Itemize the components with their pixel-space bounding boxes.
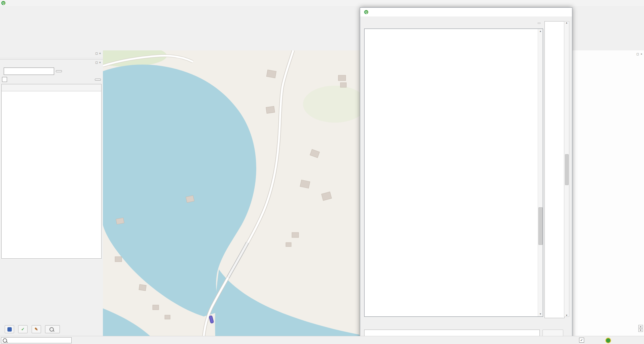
- layers-panel-header: ◻ ×: [0, 50, 103, 56]
- directions-dialog: Q ▲ ▼ ▲ ▼ ▾: [360, 7, 572, 344]
- help-scroll-up-icon[interactable]: ▲: [564, 22, 569, 24]
- scroll-spinner[interactable]: ▲▼: [638, 325, 643, 332]
- layer-edit-button[interactable]: ✎: [32, 325, 41, 333]
- help-pane: [544, 21, 565, 318]
- tab-scroll-icon[interactable]: [538, 23, 540, 24]
- titlebar: Q: [0, 0, 644, 6]
- left-dock-area: ◻ × ◻ × ✓ ✎: [0, 50, 103, 336]
- search-results-table: [1, 84, 102, 259]
- dialog-qgis-icon: Q: [364, 10, 368, 14]
- background-options-panel: ◻ × ▲▼: [572, 50, 644, 336]
- magnifier-icon: [49, 327, 54, 332]
- panel-close-icon[interactable]: ×: [641, 52, 642, 56]
- map-canvas[interactable]: [103, 50, 360, 336]
- map-labels: [103, 50, 360, 336]
- layer-list: [0, 58, 103, 58]
- help-scroll-thumb[interactable]: [565, 154, 569, 185]
- osm-panel-buttons: ✓ ✎: [0, 325, 108, 333]
- layers-dock-icon[interactable]: ◻: [95, 52, 98, 55]
- crs-icon: [605, 338, 611, 343]
- statusbar: ✓: [0, 336, 644, 344]
- osm-close-icon[interactable]: ×: [99, 61, 101, 64]
- log-output-area: ▲ ▼: [364, 29, 543, 317]
- search-go-button[interactable]: [56, 70, 62, 72]
- render-checkbox[interactable]: ✓: [579, 338, 584, 343]
- dialog-titlebar: Q: [360, 8, 572, 16]
- osm-place-search-panel: ◻ ×: [0, 59, 103, 259]
- results-column-header: [2, 84, 101, 91]
- osm-panel-header: ◻ ×: [0, 59, 103, 66]
- panel-dock-icon[interactable]: ◻: [636, 52, 639, 56]
- map-extent-button[interactable]: [5, 325, 14, 333]
- osm-dock-icon[interactable]: ◻: [95, 61, 98, 64]
- scroll-down-icon[interactable]: ▼: [538, 312, 543, 316]
- layer-select-button[interactable]: ✓: [18, 325, 28, 333]
- help-scroll-down-icon[interactable]: ▼: [564, 314, 569, 316]
- locator-search-icon: [3, 338, 7, 343]
- scroll-up-icon[interactable]: ▲: [538, 29, 543, 34]
- render-toggle[interactable]: ✓: [579, 338, 588, 343]
- locator-search[interactable]: [1, 337, 72, 343]
- layers-close-icon[interactable]: ×: [99, 52, 101, 55]
- search-back-button[interactable]: [95, 79, 101, 81]
- help-scrollbar[interactable]: ▲ ▼: [564, 21, 569, 317]
- log-scroll-thumb[interactable]: [538, 207, 543, 245]
- zoom-button[interactable]: [45, 325, 60, 333]
- log-scrollbar[interactable]: ▲ ▼: [538, 29, 543, 316]
- qgis-app-icon: Q: [1, 1, 5, 5]
- limit-to-extent-checkbox[interactable]: [2, 77, 7, 82]
- place-search-input[interactable]: [4, 68, 54, 75]
- crs-indicator[interactable]: [605, 338, 612, 343]
